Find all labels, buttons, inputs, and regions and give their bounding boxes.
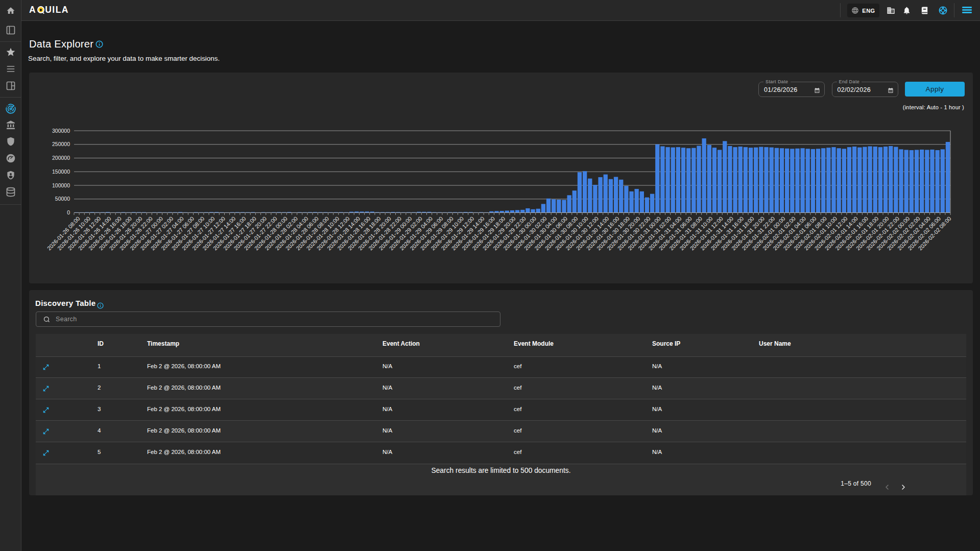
svg-text:250000: 250000 xyxy=(52,141,70,147)
svg-text:150000: 150000 xyxy=(52,169,70,175)
svg-text:200000: 200000 xyxy=(52,155,70,161)
svg-text:300000: 300000 xyxy=(52,128,70,134)
svg-text:0: 0 xyxy=(67,209,70,215)
svg-text:50000: 50000 xyxy=(55,196,70,202)
svg-text:100000: 100000 xyxy=(52,182,70,188)
